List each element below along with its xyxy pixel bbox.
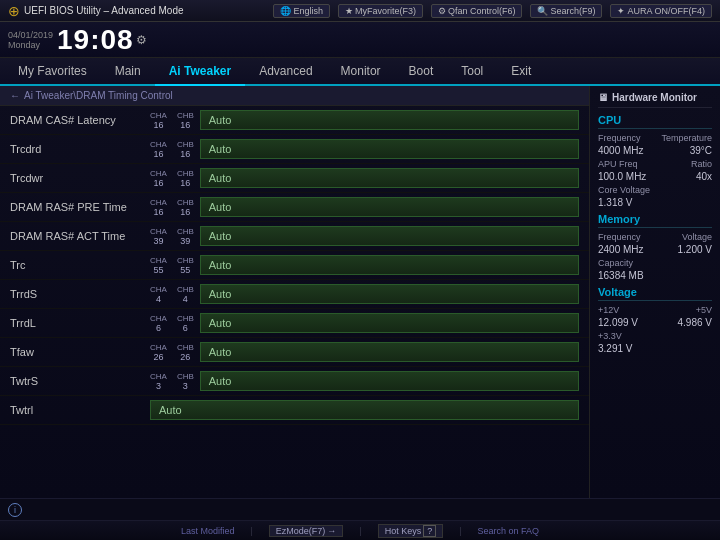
- cpu-freq-val-row: 4000 MHz 39°C: [598, 145, 712, 157]
- chb-val: 16: [180, 178, 190, 188]
- channel-group: CHA 16 CHB 16: [150, 198, 194, 217]
- v12-row-labels: +12V +5V: [598, 305, 712, 315]
- chb-label: CHB: [177, 169, 194, 178]
- table-row[interactable]: Tfaw CHA 26 CHB 26 Auto: [0, 338, 589, 367]
- channel-group: CHA 3 CHB 3: [150, 372, 194, 391]
- mem-freq-val: 2400 MHz: [598, 244, 644, 255]
- cha-label: CHA: [150, 256, 167, 265]
- info-bar: i: [0, 498, 720, 520]
- nav-main[interactable]: Main: [101, 58, 155, 86]
- ezmode-button[interactable]: EzMode(F7) →: [269, 525, 344, 537]
- settings-list[interactable]: DRAM CAS# Latency CHA 16 CHB 16 AutoTrcd…: [0, 106, 589, 498]
- setting-value[interactable]: Auto: [200, 226, 579, 246]
- nav-tool[interactable]: Tool: [447, 58, 497, 86]
- qfan-button[interactable]: ⚙ Qfan Control(F6): [431, 4, 523, 18]
- hotkeys-button[interactable]: Hot Keys ?: [378, 524, 444, 538]
- table-row[interactable]: TwtrS CHA 3 CHB 3 Auto: [0, 367, 589, 396]
- table-row[interactable]: Trc CHA 55 CHB 55 Auto: [0, 251, 589, 280]
- v33-label: +3.3V: [598, 331, 622, 341]
- nav-my-favorites[interactable]: My Favorites: [4, 58, 101, 86]
- v5-val: 4.986 V: [678, 317, 712, 328]
- hotkeys-key-icon: ?: [423, 525, 436, 537]
- ratio-label: Ratio: [691, 159, 712, 169]
- table-row[interactable]: Trcdrd CHA 16 CHB 16 Auto: [0, 135, 589, 164]
- nav-exit[interactable]: Exit: [497, 58, 545, 86]
- breadcrumb: ← Ai Tweaker\DRAM Timing Control: [0, 86, 589, 106]
- core-voltage-row-val: 1.318 V: [598, 197, 712, 209]
- chb-label: CHB: [177, 343, 194, 352]
- fan-icon: ⚙: [438, 6, 446, 16]
- cha-block: CHA 39: [150, 227, 167, 246]
- setting-value[interactable]: Auto: [200, 139, 579, 159]
- v33-row-label: +3.3V: [598, 331, 712, 341]
- chb-label: CHB: [177, 314, 194, 323]
- setting-value[interactable]: Auto: [200, 342, 579, 362]
- voltage-section-title: Voltage: [598, 286, 712, 301]
- chb-val: 39: [180, 236, 190, 246]
- channel-group: CHA 16 CHB 16: [150, 111, 194, 130]
- logo-area: ⊕ UEFI BIOS Utility – Advanced Mode: [8, 3, 184, 19]
- setting-value[interactable]: Auto: [200, 255, 579, 275]
- back-arrow-icon[interactable]: ←: [10, 90, 20, 101]
- search-button[interactable]: 🔍 Search(F9): [530, 4, 602, 18]
- table-row[interactable]: DRAM RAS# ACT Time CHA 39 CHB 39 Auto: [0, 222, 589, 251]
- cha-label: CHA: [150, 343, 167, 352]
- table-row[interactable]: DRAM CAS# Latency CHA 16 CHB 16 Auto: [0, 106, 589, 135]
- channel-group: CHA 6 CHB 6: [150, 314, 194, 333]
- setting-value[interactable]: Auto: [200, 168, 579, 188]
- cha-block: CHA 16: [150, 198, 167, 217]
- info-icon[interactable]: i: [8, 503, 22, 517]
- settings-gear-icon[interactable]: ⚙: [136, 33, 147, 47]
- v33-row-val: 3.291 V: [598, 343, 712, 355]
- channel-group: CHA 16 CHB 16: [150, 140, 194, 159]
- setting-name: DRAM RAS# PRE Time: [10, 201, 150, 213]
- left-panel: ← Ai Tweaker\DRAM Timing Control DRAM CA…: [0, 86, 590, 498]
- channel-group: CHA 16 CHB 16: [150, 169, 194, 188]
- myfavorites-button[interactable]: ★ MyFavorite(F3): [338, 4, 423, 18]
- table-row[interactable]: TrrdL CHA 6 CHB 6 Auto: [0, 309, 589, 338]
- setting-value[interactable]: Auto: [200, 284, 579, 304]
- monitor-icon: 🖥: [598, 92, 608, 103]
- cha-val: 16: [153, 178, 163, 188]
- setting-value[interactable]: Auto: [200, 313, 579, 333]
- chb-block: CHB 16: [177, 198, 194, 217]
- qfan-label: Qfan Control(F6): [448, 6, 516, 16]
- asus-logo-icon: ⊕: [8, 3, 20, 19]
- search-faq-label[interactable]: Search on FAQ: [478, 526, 540, 536]
- last-modified-label: Last Modified: [181, 526, 235, 536]
- table-row[interactable]: DRAM RAS# PRE Time CHA 16 CHB 16 Auto: [0, 193, 589, 222]
- channel-group: CHA 39 CHB 39: [150, 227, 194, 246]
- language-button[interactable]: 🌐 English: [273, 4, 330, 18]
- nav-advanced[interactable]: Advanced: [245, 58, 326, 86]
- nav-boot[interactable]: Boot: [395, 58, 448, 86]
- table-row[interactable]: TwtrlAuto: [0, 396, 589, 425]
- cha-label: CHA: [150, 169, 167, 178]
- chb-block: CHB 16: [177, 169, 194, 188]
- v5-label: +5V: [696, 305, 712, 315]
- chb-val: 16: [180, 120, 190, 130]
- v12-row-vals: 12.099 V 4.986 V: [598, 317, 712, 329]
- table-row[interactable]: TrrdS CHA 4 CHB 4 Auto: [0, 280, 589, 309]
- hw-monitor-title: 🖥 Hardware Monitor: [598, 92, 712, 108]
- setting-value[interactable]: Auto: [200, 110, 579, 130]
- date-display: 04/01/2019: [8, 30, 53, 40]
- table-row[interactable]: Trcdwr CHA 16 CHB 16 Auto: [0, 164, 589, 193]
- v12-label: +12V: [598, 305, 619, 315]
- aura-button[interactable]: ✦ AURA ON/OFF(F4): [610, 4, 712, 18]
- aura-label: AURA ON/OFF(F4): [627, 6, 705, 16]
- setting-value[interactable]: Auto: [200, 371, 579, 391]
- setting-value[interactable]: Auto: [150, 400, 579, 420]
- cpu-temp-val: 39°C: [690, 145, 712, 156]
- nav-monitor[interactable]: Monitor: [327, 58, 395, 86]
- mem-freq-row-labels: Frequency Voltage: [598, 232, 712, 242]
- mem-cap-row-label: Capacity: [598, 258, 712, 268]
- nav-ai-tweaker[interactable]: Ai Tweaker: [155, 58, 245, 86]
- hotkeys-label: Hot Keys: [385, 526, 422, 536]
- nav-bar: My Favorites Main Ai Tweaker Advanced Mo…: [0, 58, 720, 86]
- chb-block: CHB 55: [177, 256, 194, 275]
- setting-value[interactable]: Auto: [200, 197, 579, 217]
- day-display: Monday: [8, 40, 53, 50]
- chb-block: CHB 26: [177, 343, 194, 362]
- setting-name: TrrdS: [10, 288, 150, 300]
- mem-freq-label: Frequency: [598, 232, 641, 242]
